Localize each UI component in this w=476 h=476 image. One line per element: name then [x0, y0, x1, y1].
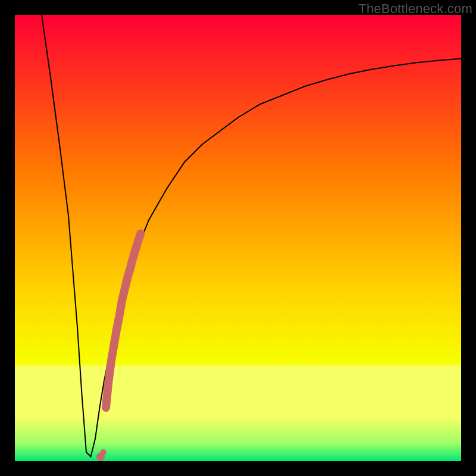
plot-svg	[15, 15, 461, 461]
chart-frame: TheBottleneck.com	[0, 0, 476, 476]
plot-area	[15, 15, 461, 461]
watermark-text: TheBottleneck.com	[358, 1, 472, 17]
highlight-dot	[101, 449, 107, 455]
